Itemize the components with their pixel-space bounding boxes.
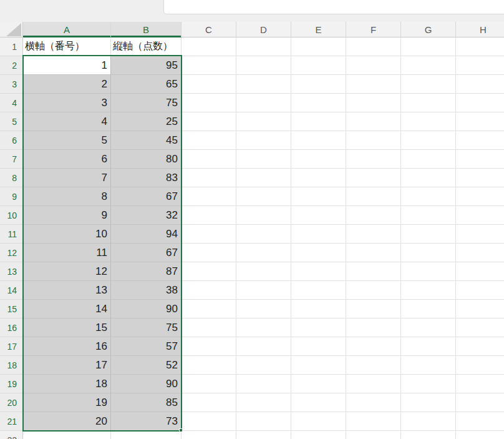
- row-header-10[interactable]: 10: [0, 206, 23, 225]
- row-header-15[interactable]: 15: [0, 300, 23, 318]
- cell-C8[interactable]: [182, 169, 236, 187]
- cell-F1[interactable]: [346, 37, 401, 56]
- cell-D3[interactable]: [236, 75, 291, 94]
- cell-B12[interactable]: 67: [111, 244, 182, 262]
- cell-B20[interactable]: 85: [111, 393, 182, 412]
- cell-A3[interactable]: 2: [23, 75, 111, 94]
- cell-D13[interactable]: [236, 262, 291, 281]
- cell-H2[interactable]: [456, 56, 504, 75]
- cell-C17[interactable]: [182, 337, 236, 356]
- column-header-A[interactable]: A: [23, 22, 111, 37]
- cell-C3[interactable]: [182, 75, 236, 94]
- cell-E7[interactable]: [291, 150, 346, 169]
- cell-E13[interactable]: [291, 262, 346, 281]
- cell-F9[interactable]: [346, 187, 401, 206]
- cell-F18[interactable]: [346, 356, 401, 375]
- cell-F20[interactable]: [346, 393, 401, 412]
- row-header-21[interactable]: 21: [0, 412, 23, 431]
- cell-B16[interactable]: 75: [111, 318, 182, 337]
- cell-A21[interactable]: 20: [23, 412, 111, 431]
- cell-C5[interactable]: [182, 112, 236, 131]
- row-header-14[interactable]: 14: [0, 281, 23, 300]
- cell-A22[interactable]: [23, 431, 111, 439]
- cell-G20[interactable]: [401, 393, 456, 412]
- cell-E8[interactable]: [291, 169, 346, 187]
- cell-A11[interactable]: 10: [23, 225, 111, 244]
- cell-H7[interactable]: [456, 150, 504, 169]
- cell-C11[interactable]: [182, 225, 236, 244]
- cell-D10[interactable]: [236, 206, 291, 225]
- row-header-13[interactable]: 13: [0, 262, 23, 281]
- cell-G7[interactable]: [401, 150, 456, 169]
- cell-D19[interactable]: [236, 375, 291, 393]
- fill-handle[interactable]: [179, 428, 183, 432]
- cell-F10[interactable]: [346, 206, 401, 225]
- cell-H22[interactable]: [456, 431, 504, 439]
- cell-A1[interactable]: 横軸（番号）: [23, 37, 111, 56]
- cell-C14[interactable]: [182, 281, 236, 300]
- row-header-22[interactable]: 22: [0, 431, 23, 439]
- cell-F5[interactable]: [346, 112, 401, 131]
- cell-C10[interactable]: [182, 206, 236, 225]
- cell-H13[interactable]: [456, 262, 504, 281]
- cell-E9[interactable]: [291, 187, 346, 206]
- column-header-C[interactable]: C: [182, 22, 236, 37]
- cell-F2[interactable]: [346, 56, 401, 75]
- cell-D5[interactable]: [236, 112, 291, 131]
- row-header-20[interactable]: 20: [0, 393, 23, 412]
- cell-E18[interactable]: [291, 356, 346, 375]
- cell-C6[interactable]: [182, 131, 236, 150]
- cell-D16[interactable]: [236, 318, 291, 337]
- select-all-button[interactable]: [0, 22, 23, 37]
- row-header-11[interactable]: 11: [0, 225, 23, 244]
- cell-C21[interactable]: [182, 412, 236, 431]
- cell-A9[interactable]: 8: [23, 187, 111, 206]
- cell-G16[interactable]: [401, 318, 456, 337]
- cell-D7[interactable]: [236, 150, 291, 169]
- cell-C7[interactable]: [182, 150, 236, 169]
- cell-D15[interactable]: [236, 300, 291, 318]
- row-header-9[interactable]: 9: [0, 187, 23, 206]
- cell-F13[interactable]: [346, 262, 401, 281]
- cell-F14[interactable]: [346, 281, 401, 300]
- cell-A5[interactable]: 4: [23, 112, 111, 131]
- cell-H16[interactable]: [456, 318, 504, 337]
- cell-A13[interactable]: 12: [23, 262, 111, 281]
- cell-D9[interactable]: [236, 187, 291, 206]
- cell-C12[interactable]: [182, 244, 236, 262]
- row-header-6[interactable]: 6: [0, 131, 23, 150]
- cell-E6[interactable]: [291, 131, 346, 150]
- cell-A4[interactable]: 3: [23, 94, 111, 112]
- cell-A15[interactable]: 14: [23, 300, 111, 318]
- cell-D11[interactable]: [236, 225, 291, 244]
- cell-C20[interactable]: [182, 393, 236, 412]
- cell-G3[interactable]: [401, 75, 456, 94]
- cell-A19[interactable]: 18: [23, 375, 111, 393]
- row-header-3[interactable]: 3: [0, 75, 23, 94]
- cell-G13[interactable]: [401, 262, 456, 281]
- cell-H8[interactable]: [456, 169, 504, 187]
- cell-G18[interactable]: [401, 356, 456, 375]
- cell-F12[interactable]: [346, 244, 401, 262]
- cell-B11[interactable]: 94: [111, 225, 182, 244]
- cell-D4[interactable]: [236, 94, 291, 112]
- cell-E16[interactable]: [291, 318, 346, 337]
- cell-H10[interactable]: [456, 206, 504, 225]
- cell-H5[interactable]: [456, 112, 504, 131]
- cell-H3[interactable]: [456, 75, 504, 94]
- cell-A16[interactable]: 15: [23, 318, 111, 337]
- cell-B7[interactable]: 80: [111, 150, 182, 169]
- row-header-17[interactable]: 17: [0, 337, 23, 356]
- cell-H1[interactable]: [456, 37, 504, 56]
- cell-D8[interactable]: [236, 169, 291, 187]
- cell-C22[interactable]: [182, 431, 236, 439]
- cell-H6[interactable]: [456, 131, 504, 150]
- cell-A18[interactable]: 17: [23, 356, 111, 375]
- cell-F17[interactable]: [346, 337, 401, 356]
- cell-F6[interactable]: [346, 131, 401, 150]
- cell-A7[interactable]: 6: [23, 150, 111, 169]
- cell-E1[interactable]: [291, 37, 346, 56]
- column-header-D[interactable]: D: [236, 22, 291, 37]
- cell-E15[interactable]: [291, 300, 346, 318]
- cell-G21[interactable]: [401, 412, 456, 431]
